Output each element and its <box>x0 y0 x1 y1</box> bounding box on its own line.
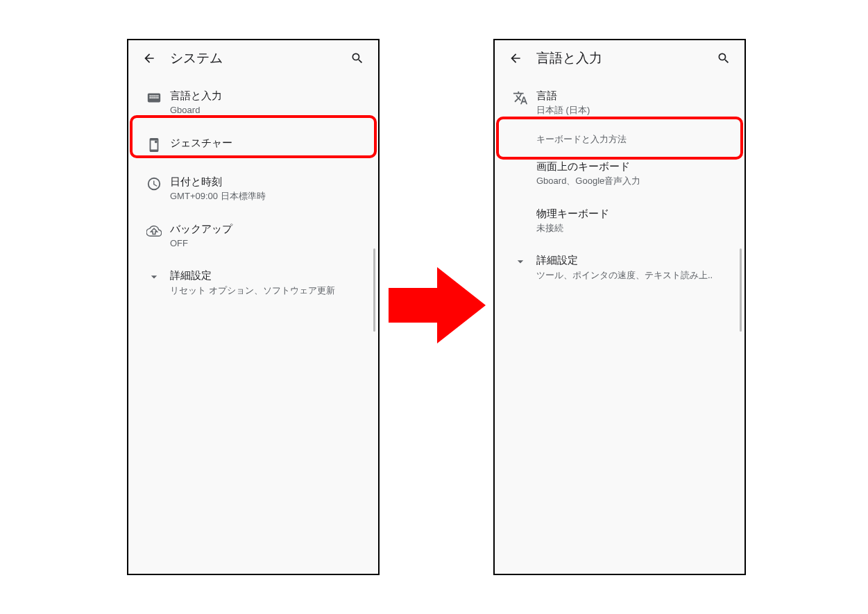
item-sub: Gboard <box>170 104 367 117</box>
flow-arrow-icon <box>389 264 486 347</box>
keyboard-icon <box>146 90 162 105</box>
page-title: 言語と入力 <box>528 49 711 67</box>
item-label: 画面上のキーボード <box>536 160 733 173</box>
system-settings-screen: システム 言語と入力 Gboard <box>127 39 380 575</box>
arrow-back-icon <box>142 51 156 65</box>
svg-marker-1 <box>389 267 486 343</box>
item-language[interactable]: 言語 日本語 (日本) <box>495 79 744 126</box>
page-title: システム <box>162 49 345 67</box>
item-label: 物理キーボード <box>536 207 733 221</box>
language-input-screen: 言語と入力 言語 日本語 (日本) キーボードと入力方法 画面上のキーボード G… <box>493 39 746 575</box>
item-datetime[interactable]: 日付と時刻 GMT+09:00 日本標準時 <box>128 165 378 212</box>
item-onscreen-keyboard[interactable]: 画面上のキーボード Gboard、Google音声入力 <box>495 150 744 197</box>
item-sub: 未接続 <box>536 222 733 234</box>
search-icon <box>350 51 364 65</box>
back-button[interactable] <box>137 46 162 71</box>
translate-icon <box>513 90 528 105</box>
chevron-down-icon <box>513 255 527 268</box>
item-sub: OFF <box>170 237 367 250</box>
item-label: バックアップ <box>170 222 367 236</box>
back-button[interactable] <box>503 46 528 71</box>
item-label: 詳細設定 <box>170 268 367 282</box>
chevron-down-icon <box>147 270 161 284</box>
item-advanced[interactable]: 詳細設定 ツール、ポインタの速度、テキスト読み上.. <box>495 244 744 291</box>
item-sub: 日本語 (日本) <box>536 104 733 117</box>
search-button[interactable] <box>711 46 736 71</box>
settings-list: 言語と入力 Gboard ジェスチャー 日付と時刻 <box>128 76 378 306</box>
clock-icon <box>146 176 162 191</box>
cloud-up-icon <box>146 223 162 239</box>
item-physical-keyboard[interactable]: 物理キーボード 未接続 <box>495 197 744 244</box>
item-backup[interactable]: バックアップ OFF <box>128 212 378 259</box>
appbar: 言語と入力 <box>495 40 744 76</box>
item-gesture[interactable]: ジェスチャー <box>128 126 378 165</box>
item-label: 言語と入力 <box>170 89 367 103</box>
scroll-indicator <box>740 248 742 332</box>
item-label: 詳細設定 <box>536 253 733 267</box>
item-label: 日付と時刻 <box>170 175 367 189</box>
item-sub: Gboard、Google音声入力 <box>536 175 733 187</box>
section-header: キーボードと入力方法 <box>495 126 744 150</box>
item-label: 言語 <box>536 89 733 103</box>
gesture-icon <box>146 137 162 153</box>
item-advanced[interactable]: 詳細設定 リセット オプション、ソフトウェア更新 <box>128 259 378 306</box>
arrow-back-icon <box>509 51 522 65</box>
item-sub: ツール、ポインタの速度、テキスト読み上.. <box>536 269 733 282</box>
search-button[interactable] <box>345 46 370 71</box>
appbar: システム <box>128 40 378 76</box>
scroll-indicator <box>373 248 375 332</box>
item-sub: リセット オプション、ソフトウェア更新 <box>170 284 367 297</box>
settings-list: 言語 日本語 (日本) キーボードと入力方法 画面上のキーボード Gboard、… <box>495 76 744 291</box>
item-language-input[interactable]: 言語と入力 Gboard <box>128 79 378 126</box>
search-icon <box>717 51 731 65</box>
item-label: ジェスチャー <box>170 136 367 150</box>
svg-point-0 <box>155 140 158 143</box>
item-sub: GMT+09:00 日本標準時 <box>170 190 367 203</box>
